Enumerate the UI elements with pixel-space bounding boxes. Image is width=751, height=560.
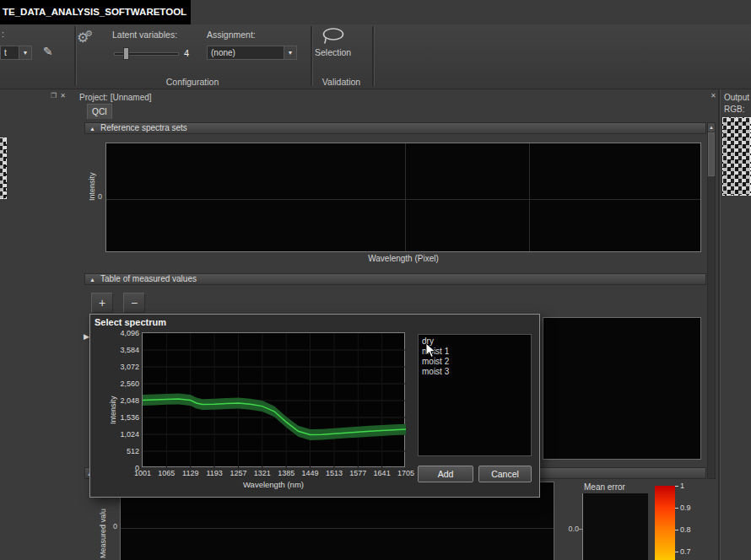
mouse-cursor — [425, 342, 436, 358]
selection-tool-label: Selection — [315, 47, 351, 57]
gear-icon: ⚙ — [85, 29, 93, 38]
title-bar: TE_DATA_ANALYSIS_SOFTWARETOOL — [0, 0, 191, 24]
toolbar: : t ▼ ✎ ⚙⚙ Latent variables: 4 Assignmen… — [0, 24, 751, 89]
app-window: TE_DATA_ANALYSIS_SOFTWARETOOL : t ▼ ✎ ⚙⚙… — [0, 0, 751, 560]
gridline — [529, 143, 530, 251]
dialog-x-tick: 1577 — [349, 469, 366, 477]
vertical-scrollbar[interactable]: ▲ — [707, 122, 716, 479]
assignment-dropdown-value: (none) — [208, 48, 284, 57]
add-button[interactable]: Add — [418, 466, 473, 482]
mean-error-title: Mean error — [584, 482, 625, 492]
left-group-label: : — [2, 29, 4, 39]
output-image-thumbnail[interactable] — [722, 117, 751, 196]
scroll-up-button[interactable]: ▲ — [708, 123, 715, 132]
reference-spectra-plot — [105, 143, 701, 252]
colorbar-tick-label: 1 — [680, 482, 684, 490]
add-row-button[interactable]: + — [91, 293, 113, 313]
dialog-y-tick: 1,536 — [120, 413, 139, 422]
gridline — [106, 199, 700, 200]
reference-y-tick: 0 — [91, 192, 102, 201]
collapse-arrow-icon: ▲ — [89, 277, 95, 283]
spectrum-plot: 05121,0241,5362,0482,5603,0723,5844,0961… — [142, 332, 405, 467]
section-label-validation: Validation — [311, 77, 372, 87]
dialog-y-tick: 512 — [127, 447, 139, 455]
assignment-label: Assignment: — [207, 30, 256, 40]
selection-tool-button[interactable] — [321, 27, 345, 46]
slider-handle[interactable] — [123, 47, 129, 60]
chevron-down-icon[interactable]: ▼ — [284, 46, 296, 59]
dialog-x-tick: 1001 — [134, 469, 151, 477]
dialog-x-tick: 1385 — [278, 469, 294, 477]
mean-error-colorbar — [655, 486, 675, 560]
tick-mark — [675, 508, 678, 509]
left-group-dropdown[interactable]: t ▼ — [0, 46, 32, 60]
dialog-y-axis-label: Intensity — [109, 396, 117, 424]
colorbar-tick-label: 0.7 — [680, 547, 691, 556]
app-title: TE_DATA_ANALYSIS_SOFTWARETOOL — [3, 7, 186, 17]
splitter-arrow-icon[interactable]: ▶ — [84, 332, 89, 341]
dialog-y-tick: 4,096 — [120, 329, 139, 337]
dialog-x-tick: 1641 — [374, 469, 391, 477]
measured-y-axis-label: Measured valu — [99, 509, 107, 558]
output-panel-title: Output — [724, 93, 749, 102]
rgb-label: RGB: — [724, 105, 744, 114]
tab-qci[interactable]: QCI — [87, 104, 112, 119]
dialog-x-tick: 1321 — [254, 469, 271, 477]
dialog-x-tick: 1257 — [230, 469, 246, 477]
panel-title: Reference spectra sets — [100, 123, 187, 132]
gridline — [121, 528, 554, 529]
dialog-y-tick: 3,072 — [120, 363, 139, 371]
dialog-x-tick: 1513 — [326, 469, 343, 477]
dialog-y-tick: 2,048 — [120, 396, 139, 405]
assignment-dropdown[interactable]: (none) ▼ — [207, 46, 297, 60]
select-spectrum-dialog: Select spectrum 05121,0241,5362,0482,560… — [89, 314, 540, 498]
tick-mark — [579, 529, 582, 530]
dialog-x-axis-label: Wavelength (nm) — [142, 480, 405, 489]
tick-mark — [675, 530, 678, 530]
dialog-x-tick: 1193 — [206, 469, 222, 477]
panel-window-icons[interactable]: ❐✕ — [51, 92, 69, 100]
window-icon[interactable]: ❐ — [51, 92, 60, 100]
dialog-x-tick: 1705 — [397, 469, 414, 477]
panel-title: Table of measured values — [100, 274, 197, 283]
gridline — [405, 143, 406, 251]
collapse-arrow-icon: ▲ — [89, 126, 95, 132]
close-icon[interactable]: ✕ — [710, 92, 716, 100]
left-image-thumbnail[interactable] — [0, 137, 7, 199]
lasso-icon — [321, 27, 345, 46]
output-panel-divider[interactable] — [718, 89, 720, 560]
mean-error-plot — [583, 493, 648, 560]
tick-mark — [675, 486, 678, 487]
spectrum-list-item[interactable]: moist 3 — [419, 367, 531, 377]
spectrum-chart — [143, 333, 406, 468]
section-label-configuration: Configuration — [74, 77, 311, 87]
edit-pencil-button[interactable]: ✎ — [43, 45, 53, 58]
colorbar-tick-label: 0.8 — [680, 525, 691, 534]
mean-error-tick: 0.0 — [559, 525, 579, 533]
dialog-y-tick: 1,024 — [120, 430, 139, 439]
dialog-x-tick: 1449 — [302, 469, 319, 477]
close-icon[interactable]: ✕ — [60, 92, 69, 100]
scrollbar-thumb[interactable] — [708, 132, 715, 176]
toolbar-separator — [372, 26, 374, 86]
tick-mark — [675, 552, 678, 552]
project-title: Project: [Unnamed] — [79, 93, 152, 102]
table-panel-header[interactable]: ▲ Table of measured values — [84, 273, 706, 285]
settings-button[interactable]: ⚙⚙ — [77, 29, 93, 46]
reference-panel-header[interactable]: ▲ Reference spectra sets — [84, 122, 706, 134]
left-group-dropdown-value: t — [1, 48, 19, 57]
chevron-down-icon[interactable]: ▼ — [19, 46, 31, 59]
cancel-button[interactable]: Cancel — [478, 466, 532, 482]
measured-y-tick: 0 — [107, 522, 117, 530]
dialog-x-tick: 1129 — [182, 469, 198, 477]
table-side-plot — [543, 317, 701, 460]
remove-row-button[interactable]: − — [123, 293, 145, 313]
reference-x-axis-label: Wavelength (Pixel) — [105, 254, 701, 263]
dialog-x-tick: 1065 — [158, 469, 175, 477]
latent-variables-value: 4 — [184, 48, 189, 58]
dialog-y-tick: 3,584 — [120, 346, 139, 354]
colorbar-tick-label: 0.9 — [680, 503, 691, 512]
dialog-y-tick: 2,560 — [120, 380, 139, 388]
pencil-icon: ✎ — [43, 45, 53, 58]
latent-variables-label: Latent variables: — [112, 30, 177, 40]
